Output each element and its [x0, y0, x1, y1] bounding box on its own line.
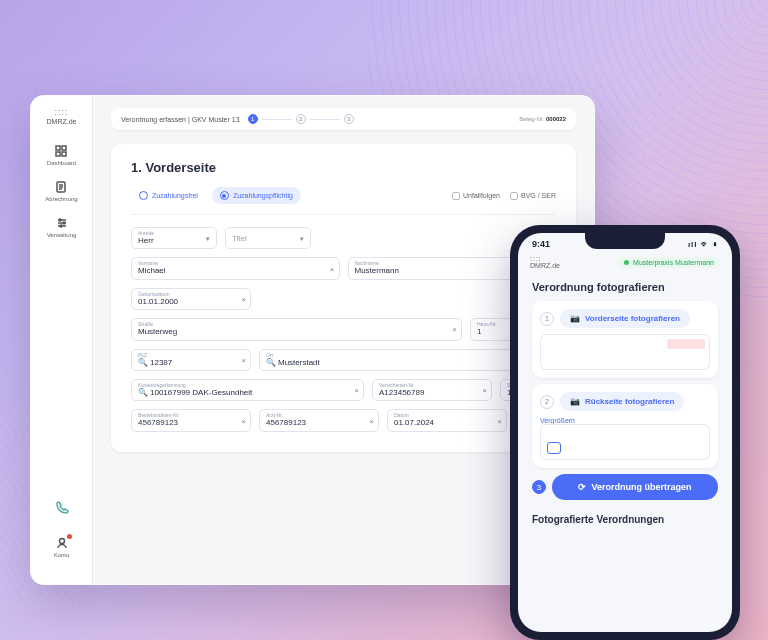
sidebar-item-label: Abrechnung — [45, 196, 77, 202]
sidebar-item-abrechnung[interactable]: Abrechnung — [45, 180, 77, 202]
search-icon: 🔍 — [138, 388, 148, 397]
svg-rect-0 — [56, 146, 60, 150]
clear-icon[interactable]: × — [330, 264, 335, 273]
expand-link[interactable]: Vergrößern — [540, 417, 710, 424]
sliders-icon — [55, 216, 69, 230]
geburtsdatum-field[interactable]: Geburtsdatum01.01.2000× — [131, 288, 251, 310]
sync-icon: ⟳ — [578, 482, 586, 492]
sidebar-item-verwaltung[interactable]: Verwaltung — [47, 216, 77, 238]
versicherten-field[interactable]: Versicherten-Nr.A123456789× — [372, 379, 492, 401]
phone-frame: 9:41 ıll ᯤ ▮ ::::DMRZ.de Musterpraxis Mu… — [510, 225, 740, 640]
svg-rect-2 — [56, 152, 60, 156]
beleg-number: Beleg-Nr. 000022 — [519, 116, 566, 122]
svg-point-5 — [59, 219, 61, 221]
document-icon — [54, 180, 68, 194]
step-number: 2 — [540, 395, 554, 409]
radio-icon — [139, 191, 148, 200]
svg-point-7 — [60, 225, 62, 227]
sidebar-phone-link[interactable] — [55, 500, 69, 514]
status-time: 9:41 — [532, 239, 550, 249]
clear-icon[interactable]: × — [241, 416, 246, 425]
checkbox-unfallfolgen[interactable]: Unfallfolgen — [452, 192, 500, 200]
phone-footer-title: Fotografierte Verordnungen — [518, 506, 732, 525]
status-icons: ıll ᯤ ▮ — [688, 240, 718, 249]
phone-brand: ::::DMRZ.de — [530, 255, 560, 269]
vorname-field[interactable]: VornameMichael× — [131, 257, 340, 279]
search-icon: 🔍 — [138, 358, 148, 367]
sidebar-item-label: Verwaltung — [47, 232, 77, 238]
svg-point-8 — [59, 539, 64, 544]
camera-icon: 📷 — [570, 314, 580, 323]
step-number: 1 — [540, 312, 554, 326]
chevron-down-icon: ▾ — [206, 235, 210, 243]
svg-point-6 — [63, 222, 65, 224]
titel-select[interactable]: Titel ▾ — [225, 227, 311, 249]
svg-rect-1 — [62, 146, 66, 150]
step-number: 3 — [532, 480, 546, 494]
checkbox-bvg-ser[interactable]: BVG / SER — [510, 192, 556, 200]
sidebar-item-konto[interactable]: Konto — [54, 536, 70, 558]
section-title: 1. Vorderseite — [131, 160, 556, 175]
step-3[interactable]: 3 — [344, 114, 354, 124]
datum-field[interactable]: Datum01.07.2024× — [387, 409, 507, 431]
step3-row: 3 ⟳ Verordnung übertragen — [532, 474, 718, 500]
clear-icon[interactable]: × — [452, 325, 457, 334]
phone-title: Verordnung fotografieren — [532, 281, 718, 293]
clear-icon[interactable]: × — [482, 386, 487, 395]
radio-zuzahlungspflichtig[interactable]: Zuzahlungspflichtig — [212, 187, 301, 204]
clear-icon[interactable]: × — [354, 386, 359, 395]
svg-rect-3 — [62, 152, 66, 156]
topbar: Verordnung erfassen | GKV Muster 13 1 2 … — [111, 108, 576, 130]
user-icon — [55, 536, 69, 550]
clear-icon[interactable]: × — [241, 294, 246, 303]
betriebsstaetten-field[interactable]: Betriebsstätten-Nr.456789123× — [131, 409, 251, 431]
anrede-select[interactable]: AnredeHerr ▾ — [131, 227, 217, 249]
capture-front-button[interactable]: 📷 Vorderseite fotografieren — [560, 309, 690, 328]
radio-zuzahlungsfrei[interactable]: Zuzahlungsfrei — [131, 187, 206, 204]
stepper: 1 2 3 — [248, 114, 354, 124]
transfer-button[interactable]: ⟳ Verordnung übertragen — [552, 474, 718, 500]
brand-logo: ::::DMRZ.de — [47, 108, 77, 126]
phone-icon — [55, 500, 69, 514]
step-2[interactable]: 2 — [296, 114, 306, 124]
plz-field[interactable]: PLZ🔍12387× — [131, 349, 251, 371]
practice-pill[interactable]: Musterpraxis Mustermann — [618, 257, 720, 268]
search-icon: 🔍 — [266, 358, 276, 367]
sidebar-item-dashboard[interactable]: Dashboard — [47, 144, 76, 166]
strasse-field[interactable]: StraßeMusterweg× — [131, 318, 462, 340]
clear-icon[interactable]: × — [369, 416, 374, 425]
step1-card: 1 📷 Vorderseite fotografieren — [532, 301, 718, 378]
payment-row: Zuzahlungsfrei Zuzahlungspflichtig Unfal… — [131, 187, 556, 215]
breadcrumb: Verordnung erfassen | GKV Muster 13 — [121, 116, 240, 123]
step-1[interactable]: 1 — [248, 114, 258, 124]
chevron-down-icon: ▾ — [300, 235, 304, 243]
front-thumbnail[interactable] — [540, 334, 710, 370]
sidebar: ::::DMRZ.de Dashboard Abrechnung Verwalt… — [31, 96, 93, 584]
capture-back-button[interactable]: 📷 Rückseite fotografieren — [560, 392, 684, 411]
step2-card: 2 📷 Rückseite fotografieren Vergrößern — [532, 384, 718, 468]
sidebar-item-label: Konto — [54, 552, 70, 558]
radio-icon — [220, 191, 229, 200]
back-thumbnail[interactable] — [540, 424, 710, 460]
arzt-field[interactable]: Arzt-Nr.456789123× — [259, 409, 379, 431]
phone-screen: 9:41 ıll ᯤ ▮ ::::DMRZ.de Musterpraxis Mu… — [518, 233, 732, 632]
form-card: 1. Vorderseite Zuzahlungsfrei Zuzahlungs… — [111, 144, 576, 452]
camera-icon: 📷 — [570, 397, 580, 406]
kostentraeger-field[interactable]: Kostenträgerkennung🔍100167999 DAK-Gesund… — [131, 379, 364, 401]
clear-icon[interactable]: × — [241, 355, 246, 364]
clear-icon[interactable]: × — [497, 416, 502, 425]
scan-icon — [547, 442, 561, 454]
sidebar-item-label: Dashboard — [47, 160, 76, 166]
grid-icon — [54, 144, 68, 158]
